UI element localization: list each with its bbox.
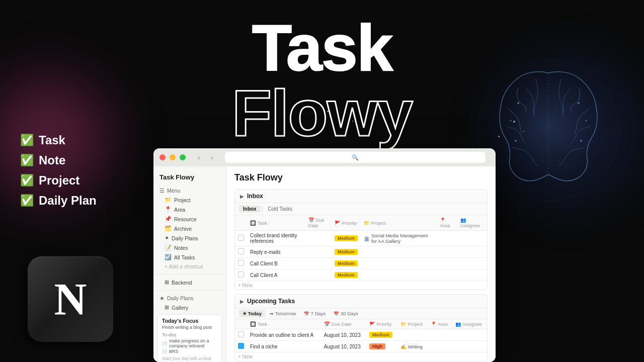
back-button[interactable]: ‹ [194, 152, 204, 162]
upcoming-section-title: Upcoming Tasks [247, 298, 295, 305]
browser-window: ‹ › 🔍 Task Flowy ☰ Menu 📁 Project 📍 Area [153, 148, 496, 362]
task-checkbox-3[interactable] [238, 260, 244, 266]
upcoming-section-header[interactable]: ▶ Upcoming Tasks [235, 295, 487, 308]
add-shortcut-label: + Add a shortcut [165, 263, 203, 269]
main-title: Task Flowy [161, 15, 483, 146]
feature-list: ✅ Task ✅ Note ✅ Project ✅ Daily Plan [20, 133, 97, 214]
assignee-4 [457, 269, 487, 281]
backend-icon: ⊞ [165, 279, 169, 286]
sidebar-divider-2 [153, 290, 226, 291]
area-4 [437, 269, 457, 281]
feature-daily-plan: ✅ Daily Plan [20, 194, 97, 208]
sidebar-item-notes[interactable]: 📝 Notes [153, 243, 226, 252]
task-checkbox-2[interactable] [238, 248, 244, 254]
task-name-3: Call Client B [247, 258, 305, 269]
utab-7days[interactable]: 📅 7 Days [300, 310, 329, 317]
svg-point-6 [510, 120, 512, 122]
sidebar-item-resource[interactable]: 📌 Resource [153, 214, 226, 224]
sidebar-all-tasks-label: All Tasks [174, 254, 195, 260]
inbox-section-header[interactable]: ▶ Inbox [235, 190, 487, 203]
tab-inbox[interactable]: Inbox [239, 205, 261, 213]
table-row: Collect brand identity references Medium… [235, 231, 487, 246]
check-note-icon: ✅ [20, 154, 34, 167]
tab-cold-tasks[interactable]: Cold Tasks [264, 205, 296, 213]
browser-content: Task Flowy ☰ Menu 📁 Project 📍 Area 📌 Res… [153, 166, 496, 362]
feature-project-label: Project [39, 173, 79, 188]
notion-n-letter: N [54, 274, 87, 325]
project-icon: 📁 [165, 197, 172, 203]
assignee-1 [457, 231, 487, 246]
sidebar-gallery-label: Gallery [172, 305, 188, 311]
area-2 [437, 246, 457, 258]
table-row: Find a niche August 10, 2023 High ✍️ Wri… [235, 341, 487, 352]
inbox-section: ▶ Inbox Inbox | Cold Tasks 🔲 Task 📅 Due … [234, 189, 488, 290]
inbox-table: 🔲 Task 📅 Due Date 🚩 Priority 📁 Project 📍… [235, 215, 487, 281]
forward-button[interactable]: › [207, 152, 217, 162]
area-icon: 📍 [165, 206, 172, 213]
todo-dot-2: 📄 [162, 349, 167, 354]
cube-body: N [28, 256, 113, 342]
notes-icon: 📝 [165, 244, 172, 251]
table-row: Provide an outline to client A August 10… [235, 329, 487, 341]
area-1 [437, 231, 457, 246]
task-name-2: Reply e-mails [247, 246, 305, 258]
table-row: Call Client B Medium [235, 258, 487, 269]
project-4 [361, 269, 437, 281]
sidebar-project-label: Project [174, 197, 191, 203]
inbox-add-new[interactable]: + New [235, 281, 487, 290]
priority-badge-1: Medium [335, 235, 358, 241]
task-name-4: Call Client A [247, 269, 305, 281]
sidebar-add-shortcut[interactable]: + Add a shortcut [153, 262, 226, 271]
finish-writing-text: Finish writing a blog post [162, 325, 217, 330]
upcoming-project-tag-2: ✍️ Writing [400, 344, 423, 349]
sidebar-daily-plans-label: Daily Plans [172, 235, 198, 241]
title-flowy: Flowy [232, 76, 412, 150]
upcoming-checkbox-2[interactable] [238, 343, 244, 349]
project-tag-1: 🏛️ Social Media Management for AA Galler… [364, 233, 434, 244]
today-icon: ☀ [243, 311, 247, 316]
browser-addressbar[interactable]: 🔍 [225, 152, 486, 163]
project-tag-icon: 🏛️ [364, 236, 370, 241]
upcoming-due-2: August 10, 2023 [321, 341, 366, 352]
sidebar-item-backend[interactable]: ⊞ Backend [153, 278, 226, 287]
sidebar-gallery-item[interactable]: ⊞ Gallery [153, 303, 226, 312]
traffic-light-yellow[interactable] [170, 154, 176, 160]
check-project-icon: ✅ [20, 174, 34, 187]
notion-cube: N [28, 256, 118, 347]
menu-icon: ☰ [159, 188, 165, 194]
upcoming-section: ▶ Upcoming Tasks ☀ Today ➡ Tomorrow 📅 7 … [234, 294, 488, 361]
sidebar-item-all-tasks[interactable]: ☑️ All Tasks [153, 252, 226, 262]
sidebar-item-project[interactable]: 📁 Project [153, 195, 226, 205]
todo-item-1: 📄 make progress on a company rebrand [162, 338, 217, 348]
traffic-light-green[interactable] [180, 154, 186, 160]
ucol-project: 📁 Project [397, 319, 428, 329]
todos-label: To-dos [162, 332, 217, 337]
sidebar-item-daily-plans[interactable]: ✦ Daily Plans [153, 233, 226, 243]
upcoming-checkbox-1[interactable] [238, 331, 244, 337]
assignee-3 [457, 258, 487, 269]
sidebar-item-archive[interactable]: 🗂️ Archive [153, 224, 226, 233]
sidebar-item-area[interactable]: 📍 Area [153, 205, 226, 214]
task-checkbox-1[interactable] [238, 235, 244, 241]
col-check [235, 215, 247, 231]
daily-plans-icon: ✦ [165, 235, 169, 241]
daily-plans-sidebar-section[interactable]: ★ Daily Plans [153, 294, 226, 303]
inbox-section-title: Inbox [247, 193, 263, 200]
utab-tomorrow[interactable]: ➡ Tomorrow [266, 310, 299, 317]
title-task: Task [252, 11, 392, 84]
sidebar-archive-label: Archive [174, 226, 192, 232]
task-checkbox-4[interactable] [238, 272, 244, 278]
upcoming-add-new[interactable]: + New [235, 352, 487, 361]
priority-badge-2: Medium [335, 249, 358, 255]
utab-today[interactable]: ☀ Today [239, 310, 265, 317]
project-3 [361, 258, 437, 269]
task-name-1: Collect brand identity references [247, 231, 305, 246]
traffic-light-red[interactable] [159, 154, 166, 160]
utab-30days[interactable]: 📅 30 Days [330, 310, 362, 317]
svg-point-8 [578, 102, 580, 104]
upcoming-priority-1: Medium [369, 332, 392, 338]
resource-icon: 📌 [165, 216, 172, 222]
priority-badge-3: Medium [335, 260, 358, 266]
sidebar-menu-header[interactable]: ☰ Menu [153, 186, 226, 195]
todo-1-text: make progress on a company rebrand [169, 338, 217, 348]
